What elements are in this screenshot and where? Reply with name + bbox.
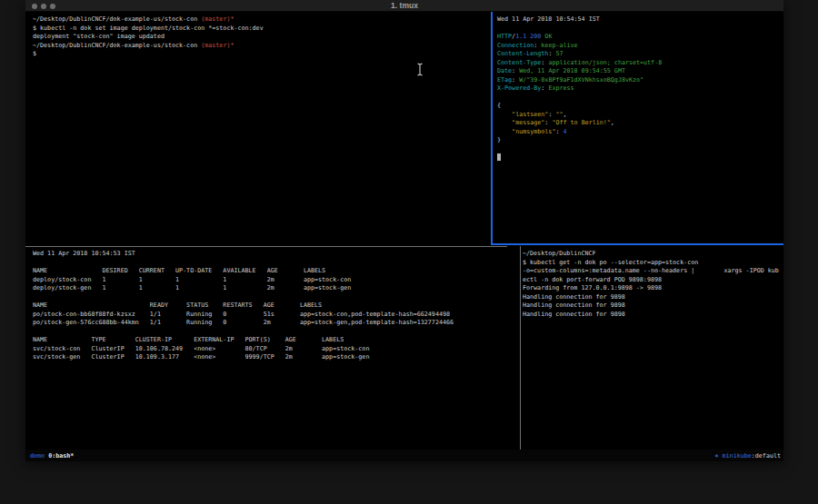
terminal-line xyxy=(33,293,519,302)
terminal-line: $ xyxy=(33,50,489,59)
text-segment xyxy=(497,119,512,126)
terminal-line: po/stock-gen-576cc688bb-44kmn 1/1 Runnin… xyxy=(33,319,519,328)
pane-divider-vertical[interactable] xyxy=(520,246,521,450)
terminal-line xyxy=(497,145,783,154)
text-segment: NAME TYPE CLUSTER-IP EXTERNAL-IP PORT(S)… xyxy=(33,336,344,343)
text-segment: "Off to Berlin!" xyxy=(552,119,610,126)
terminal-line: deploy/stock-con 1 1 1 1 2m app=stock-co… xyxy=(33,276,519,285)
desktop-background: 1. tmux ~/Desktop/DublinCNCF/dok-example… xyxy=(0,0,818,504)
terminal-window: 1. tmux ~/Desktop/DublinCNCF/dok-example… xyxy=(25,0,783,461)
terminal-line: $ kubectl get -n dok po --selector=app=s… xyxy=(523,259,783,268)
pane-shell-kubectl-set-image[interactable]: ~/Desktop/DublinCNCF/dok-example-us/stoc… xyxy=(25,12,491,243)
text-segment: , xyxy=(611,119,614,126)
minimize-button[interactable] xyxy=(41,4,46,9)
window-title: 1. tmux xyxy=(25,0,783,12)
text-segment: $ kubectl -n dok set image deployment/st… xyxy=(33,25,264,32)
terminal-line: ectl -n dok port-forward POD 9898:9898 xyxy=(523,276,783,285)
terminal-line: "message": "Off to Berlin!", xyxy=(497,119,783,128)
terminal-line xyxy=(497,153,783,163)
text-segment: Express xyxy=(548,84,574,92)
text-segment: -o=custom-columns=:metadata.name --no-he… xyxy=(523,267,779,274)
zoom-button[interactable] xyxy=(50,4,55,9)
text-segment: 1.1 200 xyxy=(515,33,541,40)
text-segment: (master)* xyxy=(201,15,234,23)
status-session-and-window[interactable]: demo 0:bash* xyxy=(30,452,74,460)
text-segment: 57 xyxy=(555,50,563,57)
text-segment: "" xyxy=(555,111,563,118)
terminal-line: Content-Type: application/json; charset=… xyxy=(497,59,783,68)
terminal-line: ~/Desktop/DublinCNCF/dok-example-us/stoc… xyxy=(33,42,489,51)
text-segment: ⎈ minikube xyxy=(715,452,752,460)
pane-kubectl-resources[interactable]: Wed 11 Apr 2018 10:54:53 ISTNAME DESIRED… xyxy=(25,247,519,450)
terminal-line: NAME TYPE CLUSTER-IP EXTERNAL-IP PORT(S)… xyxy=(33,336,519,345)
window-titlebar[interactable]: 1. tmux xyxy=(25,0,783,12)
pane-http-response[interactable]: Wed 11 Apr 2018 10:54:54 ISTHTTP/1.1 200… xyxy=(493,12,783,243)
text-segment: NAME DESIRED CURRENT UP-TO-DATE AVAILABL… xyxy=(33,267,325,274)
text-segment: "message" xyxy=(512,119,544,126)
text-segment: : xyxy=(555,128,563,135)
terminal-line: X-Powered-By: Express xyxy=(497,84,783,94)
terminal-line: Wed 11 Apr 2018 10:54:53 IST xyxy=(33,250,519,259)
text-segment: svc/stock-con ClusterIP 10.106.78.249 <n… xyxy=(33,345,369,352)
terminal-line: HTTP/1.1 200 OK xyxy=(497,33,783,42)
terminal-line xyxy=(497,94,783,103)
text-segment: ~/Desktop/DublinCNCF xyxy=(523,250,596,257)
text-segment: po/stock-con-bb68f88fd-kzsxz 1/1 Running… xyxy=(33,311,450,318)
terminal-line: ETag: W/"39-0xBPf9aF1dXVNkhsxoBQgJ8vKzo" xyxy=(497,76,783,85)
terminal-line: $ kubectl -n dok set image deployment/st… xyxy=(33,25,489,34)
terminal-line: Date: Wed, 11 Apr 2018 09:54:55 GMT xyxy=(497,67,783,76)
terminal-line: svc/stock-gen ClusterIP 10.109.3.177 <no… xyxy=(33,353,519,362)
terminal-line: Forwarding from 127.0.0.1:9898 -> 9898 xyxy=(523,284,783,293)
text-segment: Forwarding from 127.0.0.1:9898 -> 9898 xyxy=(523,284,662,292)
terminal-line: ~/Desktop/DublinCNCF xyxy=(523,250,783,259)
text-segment: : xyxy=(512,67,519,74)
text-segment: Connection xyxy=(497,42,534,49)
terminal-line: NAME READY STATUS RESTARTS AGE LABELS xyxy=(33,301,519,311)
text-segment xyxy=(497,128,512,135)
text-segment: Handling connection for 9898 xyxy=(523,311,625,318)
terminal-line: NAME DESIRED CURRENT UP-TO-DATE AVAILABL… xyxy=(33,267,519,276)
text-segment: deploy/stock-con 1 1 1 1 2m app=stock-co… xyxy=(33,276,351,283)
terminal-line: { xyxy=(497,102,783,111)
text-segment: ~/Desktop/DublinCNCF/dok-example-us/stoc… xyxy=(33,15,201,23)
text-segment: $ xyxy=(33,50,36,57)
terminal-line: Handling connection for 9898 xyxy=(523,311,783,320)
text-segment: (master)* xyxy=(201,42,234,49)
text-segment: : xyxy=(512,76,519,84)
text-segment: Content-Type xyxy=(497,59,541,66)
text-segment: OK xyxy=(544,33,552,40)
terminal-line: Content-Length: 57 xyxy=(497,50,783,59)
pane-divider-horizontal-active[interactable] xyxy=(491,243,783,245)
terminal-line: "numsymbols": 4 xyxy=(497,128,783,137)
pane-port-forward[interactable]: ~/Desktop/DublinCNCF$ kubectl get -n dok… xyxy=(522,247,783,450)
traffic-light-buttons xyxy=(32,4,55,9)
text-segment: deploy/stock-gen 1 1 1 1 2m app=stock-ge… xyxy=(33,284,351,292)
text-segment: HTTP xyxy=(497,33,512,40)
terminal-line: ~/Desktop/DublinCNCF/dok-example-us/stoc… xyxy=(33,15,489,25)
text-segment: keep-alive xyxy=(541,42,577,49)
text-segment: application/json; charset=utf-8 xyxy=(548,59,662,66)
terminal-line: deploy/stock-gen 1 1 1 1 2m app=stock-ge… xyxy=(33,284,519,293)
terminal-line: Connection: keep-alive xyxy=(497,42,783,51)
text-segment: Handling connection for 9898 xyxy=(523,301,625,309)
terminal-line: } xyxy=(497,136,783,145)
close-button[interactable] xyxy=(32,4,37,9)
text-segment: Wed 11 Apr 2018 10:54:53 IST xyxy=(33,250,135,257)
text-segment xyxy=(497,153,501,161)
text-segment: $ kubectl get -n dok po --selector=app=s… xyxy=(523,259,698,266)
terminal-line xyxy=(497,25,783,34)
text-segment: :default xyxy=(752,452,781,460)
text-segment: 4 xyxy=(564,128,567,135)
text-segment: NAME READY STATUS RESTARTS AGE LABELS xyxy=(33,301,322,309)
text-segment: Content-Length xyxy=(497,50,548,57)
text-segment: Handling connection for 9898 xyxy=(523,293,625,301)
terminal-line: Wed 11 Apr 2018 10:54:54 IST xyxy=(497,15,783,25)
terminal-line: -o=custom-columns=:metadata.name --no-he… xyxy=(523,267,783,276)
text-segment: ectl -n dok port-forward POD 9898:9898 xyxy=(523,276,662,283)
terminal-line: "lastseen": "", xyxy=(497,111,783,120)
terminal-line: svc/stock-con ClusterIP 10.106.78.249 <n… xyxy=(33,345,519,354)
text-segment: } xyxy=(497,136,501,143)
text-segment: { xyxy=(497,102,501,109)
text-segment xyxy=(497,111,512,118)
text-segment: ~/Desktop/DublinCNCF/dok-example-us/stoc… xyxy=(33,42,201,49)
